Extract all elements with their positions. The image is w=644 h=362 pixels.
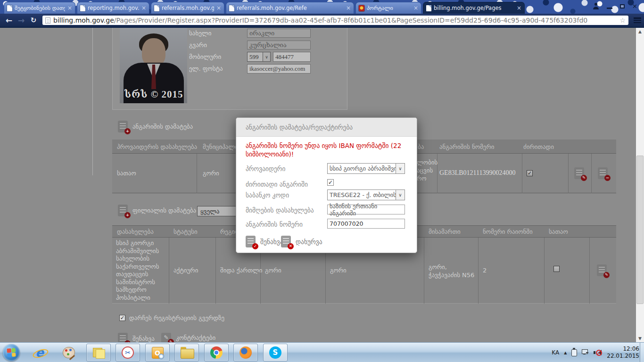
account-number-input[interactable]: 707007020 [327,219,405,229]
cell-city: გორი [330,267,347,274]
page-icon [45,17,50,24]
taskbar-firefox-button[interactable] [233,344,258,362]
tab-notifications[interactable]: შეტყობინების დათვალ × [4,2,75,14]
tab-close-icon[interactable]: × [141,5,146,11]
tab-close-icon[interactable]: × [413,5,418,11]
modal-close-button[interactable]: ✕ დახურვა [281,236,322,247]
save-page-button[interactable]: ✓ შენახვა [118,333,155,342]
taskbar-ie-button[interactable]: e [27,344,52,362]
contracts-button[interactable]: ✎✎ კონტრაქტები [161,333,215,342]
sidebar-divider [92,28,93,175]
add-document-icon: + [118,121,128,132]
provider-profile-box: სრს © 2015 სახელი ირაკლი გვარი კურცხალია… [112,28,347,110]
minimize-icon[interactable] [607,8,612,9]
address-bar[interactable]: billing.moh.gov.ge/Pages/Provider/Regist… [42,16,628,25]
clock[interactable]: 12:06 22.01.2015 [607,346,639,360]
scroll-down-icon[interactable]: ▼ [636,335,644,342]
show-desktop-button[interactable] [640,343,644,362]
provider-select[interactable]: სსიპ გიორგი აბრამიშვილ∨ [327,163,405,174]
page-favicon [426,5,431,11]
profile-photo: სრს © 2015 [120,28,187,103]
add-branch-button[interactable]: + ფილიალის დამატება [118,205,196,216]
window-controls: ✕ [593,2,637,10]
tab-close-icon[interactable]: × [517,5,521,11]
pencil-badge-icon: ✎ [603,272,610,278]
edit-branch-icon[interactable]: ✎ [597,264,607,276]
scroll-up-icon[interactable]: ▲ [636,28,644,35]
tab-portal[interactable]: პორტალი × [355,2,421,14]
add-account-button[interactable]: + ანგარიშის დამატება [118,121,193,132]
language-indicator[interactable]: KA [552,349,559,356]
tray-expand-icon[interactable]: ▲ [564,351,567,355]
taskbar-outlook-button[interactable]: O [145,344,170,362]
edit-account-icon[interactable]: ✎ [574,167,584,179]
save-document-icon: ✓ [118,333,128,342]
modal-save-button[interactable]: ✓ შენახვა [246,236,283,247]
page-content: სრს © 2015 სახელი ირაკლი გვარი კურცხალია… [0,28,636,342]
stay-on-page-checkbox[interactable] [119,315,125,321]
tab-label: referrals.moh.gov.ge/Refe [162,5,214,11]
url-text[interactable]: billing.moh.gov.ge/Pages/Provider/Regist… [53,16,617,24]
stay-on-page-row: დარჩეს რეგისტრაციის გვერდზე [119,314,224,321]
tab-close-icon[interactable]: × [67,5,72,11]
main-account-modal-checkbox[interactable] [327,179,334,186]
profile-avatar-icon[interactable] [593,3,599,9]
cell-address: გორი, ჭავჭავაძის N56 [429,263,476,279]
firefox-icon [239,346,252,359]
chrome-menu-icon[interactable] [634,17,641,23]
mobile-prefix-select[interactable]: 599∨ [247,52,271,62]
col-head: სათაო [549,228,568,235]
delete-account-icon[interactable]: − [598,167,608,179]
tab-reporting[interactable]: reporting.moh.gov.ge/Rep × [77,2,149,14]
main-account-checkbox[interactable] [527,170,533,176]
folder-icon [181,349,193,358]
x-badge-icon: ✕ [288,243,294,249]
tab-billing-active[interactable]: billing.moh.gov.ge/Pages × [423,2,525,14]
pencil-square-icon: ✎✎ [161,333,171,342]
back-icon[interactable]: ← [3,16,15,25]
taskbar-skype-button[interactable]: S [263,344,288,362]
taskbar-chrome-button[interactable] [204,344,229,362]
reload-icon[interactable]: ↻ [27,16,40,25]
surname-field: კურცხალია [247,41,311,49]
tab-close-icon[interactable]: × [346,5,351,11]
page-scrollbar[interactable]: ▲ ▼ [636,28,644,342]
restore-icon[interactable] [620,4,625,8]
surname-label: გვარი [189,41,207,49]
tab-label: reporting.moh.gov.ge/Rep [88,5,139,11]
col-account-number: ანგარიშის ნომერი [439,143,495,150]
start-button[interactable] [3,344,20,361]
forward-icon[interactable]: → [15,16,27,25]
volume-muted-icon[interactable] [594,349,602,356]
taskbar-explorer-button[interactable] [174,344,199,362]
bank-code-select[interactable]: TRESGE22 - ქ. თბილისი,∨ [327,189,405,200]
mobile-number-field[interactable]: 484477 [273,52,311,62]
provider-label: პროვაიდერი [246,165,286,173]
taskbar-snipping-button[interactable]: ✂ [116,344,140,362]
tab-close-icon[interactable]: × [216,5,221,11]
account-number-label: ანგარიშის ნომერი [246,221,303,228]
tab-referrals-2[interactable]: referrals.moh.gov.ge/Refe × [226,2,354,14]
recipient-label: მიმღების დასახელება [246,206,314,214]
outlook-icon: O [152,347,164,359]
email-field[interactable]: ikasoccer@yahoo.com [247,64,311,74]
col-recipient-tail: ბა [418,143,424,150]
scrollbar-thumb[interactable] [636,156,644,304]
modal-header: ანგარიშის დამატება/რედაქტირება [236,118,417,137]
taskbar-paint-button[interactable] [57,344,81,362]
close-icon[interactable]: ✕ [632,3,637,10]
col-name: დასახელება [117,228,154,235]
taskbar: e ✂ O S KA ▲ 12:06 22.01.2015 [0,342,644,362]
taskbar-stickynotes-button[interactable] [86,344,111,362]
bookmark-star-icon[interactable]: ☆ [619,16,626,24]
system-tray: KA ▲ 12:06 22.01.2015 [552,343,639,362]
head-office-checkbox[interactable] [553,266,560,272]
cell-status: აქტიური [173,267,198,274]
clipboard-tray-icon[interactable] [571,349,577,356]
chevron-down-icon: ∨ [263,52,270,61]
tab-referrals-1[interactable]: referrals.moh.gov.ge/Refe × [151,2,224,14]
network-tray-icon[interactable] [582,349,589,356]
recipient-input[interactable]: ხაზინის ერთიანი ანგარიში [327,205,405,214]
tab-label: referrals.moh.gov.ge/Refe [237,5,344,11]
internet-explorer-icon: e [33,346,46,359]
